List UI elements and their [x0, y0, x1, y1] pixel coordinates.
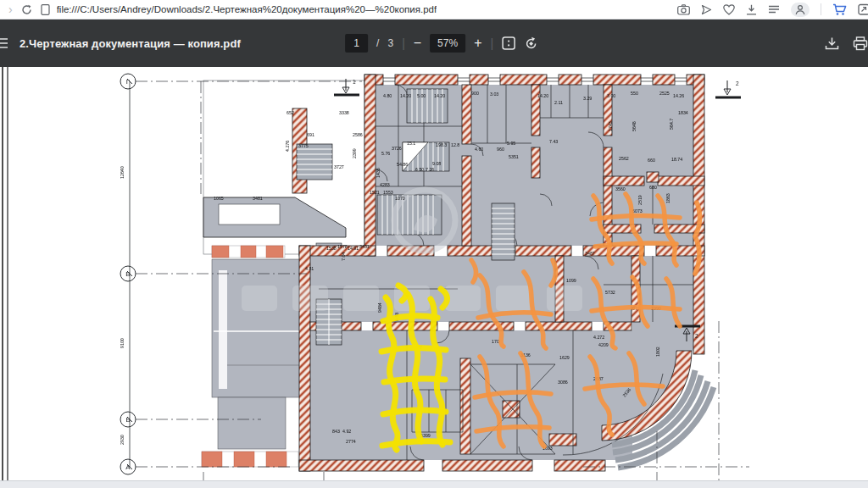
svg-text:14.20: 14.20 [400, 93, 411, 98]
svg-text:9484: 9484 [377, 302, 382, 313]
url-text: file:///C:/Users/Andrey/Downloads/2.Черт… [57, 4, 437, 14]
svg-text:3560: 3560 [615, 186, 626, 191]
svg-text:4.272: 4.272 [593, 335, 604, 340]
svg-text:4.60: 4.60 [475, 147, 483, 152]
svg-text:1521: 1521 [370, 190, 380, 195]
svg-text:2.11: 2.11 [554, 100, 563, 105]
svg-text:3086: 3086 [558, 380, 568, 385]
print-icon[interactable] [853, 36, 868, 51]
svg-text:198.3: 198.3 [436, 142, 447, 147]
svg-text:960: 960 [497, 147, 504, 152]
svg-text:5351: 5351 [509, 154, 519, 159]
camera-icon[interactable] [677, 4, 690, 15]
svg-text:1553: 1553 [383, 190, 393, 195]
svg-text:3.03: 3.03 [490, 92, 498, 97]
svg-text:680: 680 [649, 185, 657, 190]
svg-text:1743: 1743 [608, 121, 613, 131]
svg-text:1629: 1629 [559, 355, 570, 360]
svg-text:1578: 1578 [337, 244, 348, 249]
svg-text:2562: 2562 [619, 156, 629, 161]
crosswalk-strip-upper [212, 246, 285, 258]
sidebar-toggle-icon[interactable] [0, 37, 13, 49]
svg-text:4.80: 4.80 [383, 93, 392, 98]
rotate-icon[interactable] [524, 36, 538, 51]
download-pdf-icon[interactable] [825, 36, 839, 51]
reload-icon[interactable] [21, 4, 32, 15]
svg-text:5648: 5648 [632, 121, 637, 131]
svg-text:3338: 3338 [339, 110, 349, 115]
svg-text:7.43: 7.43 [549, 139, 558, 144]
svg-text:4.81: 4.81 [305, 266, 314, 271]
svg-text:7.26: 7.26 [426, 167, 434, 172]
svg-text:5.95: 5.95 [507, 141, 515, 146]
zoom-in-button[interactable]: + [474, 36, 481, 50]
share-icon[interactable] [701, 4, 712, 15]
svg-text:3.29: 3.29 [583, 96, 592, 101]
favorite-heart-icon[interactable] [723, 4, 735, 15]
svg-text:7.04: 7.04 [341, 252, 346, 261]
svg-text:564.7: 564.7 [669, 119, 674, 130]
pdf-viewer-toolbar: 2.Чертежная документация — копия.pdf 1 /… [0, 19, 868, 67]
svg-text:4209: 4209 [598, 342, 609, 347]
forward-icon[interactable]: › [8, 3, 13, 15]
svg-text:3.00: 3.00 [607, 93, 615, 98]
svg-text:1065: 1065 [214, 196, 224, 201]
menu-lines-icon[interactable] [768, 4, 780, 14]
separator: | [402, 36, 405, 50]
svg-text:4.92: 4.92 [342, 429, 351, 434]
browser-address-bar: › file:///C:/Users/Andrey/Downloads/2.Че… [0, 0, 868, 19]
section-marker-2-top: 2 [715, 80, 741, 97]
page-number-input[interactable]: 1 [345, 34, 368, 53]
svg-text:3726: 3726 [392, 146, 402, 151]
svg-text:2: 2 [695, 333, 698, 339]
sheet-frame [3, 67, 8, 480]
page-total: 3 [387, 37, 393, 49]
svg-text:6073: 6073 [632, 208, 643, 214]
svg-text:2: 2 [736, 80, 739, 86]
svg-text:3775: 3775 [298, 143, 309, 148]
svg-text:1: 1 [353, 79, 356, 85]
crosswalk-strip-lower [202, 452, 298, 467]
svg-text:5732: 5732 [605, 290, 615, 295]
svg-text:843: 843 [332, 429, 340, 434]
svg-text:3431: 3431 [359, 244, 370, 249]
svg-text:9100: 9100 [120, 338, 125, 348]
svg-text:2519: 2519 [637, 195, 643, 205]
person-icon [795, 4, 805, 15]
svg-text:550: 550 [631, 91, 638, 96]
svg-text:2930: 2930 [120, 435, 125, 445]
svg-text:14.26: 14.26 [673, 93, 684, 98]
svg-text:14.20: 14.20 [434, 93, 445, 98]
svg-text:3481: 3481 [253, 196, 263, 201]
floor-plan-drawing: ГВБА 1 2 2 12640910029306523338691258637… [0, 67, 868, 480]
page-icon [41, 4, 50, 15]
fit-page-icon[interactable] [502, 36, 515, 50]
divider [821, 3, 821, 15]
downloads-icon[interactable] [746, 4, 757, 15]
svg-text:2399: 2399 [352, 148, 357, 158]
svg-text:1070: 1070 [395, 196, 405, 201]
svg-text:1834: 1834 [678, 110, 688, 115]
zoom-level-input[interactable]: 57% [430, 34, 465, 53]
svg-text:14.91: 14.91 [348, 246, 359, 251]
svg-text:9.08: 9.08 [432, 161, 441, 166]
svg-text:3727: 3727 [334, 164, 344, 169]
clipped-toolbar-icon[interactable] [858, 3, 868, 15]
stair-flight [297, 144, 332, 180]
cart-icon[interactable] [832, 3, 847, 16]
pdf-page-canvas: ГВБА 1 2 2 12640910029306523338691258637… [0, 67, 868, 488]
svg-text:1438: 1438 [376, 168, 381, 178]
svg-text:5.76: 5.76 [381, 151, 390, 156]
profile-chip[interactable] [791, 3, 810, 17]
svg-text:18.74: 18.74 [671, 157, 682, 162]
svg-text:1863: 1863 [665, 193, 670, 203]
zoom-out-button[interactable]: − [414, 36, 421, 50]
url-box[interactable]: file:///C:/Users/Andrey/Downloads/2.Черт… [41, 4, 669, 15]
svg-text:54.86: 54.86 [397, 162, 408, 167]
pdf-document-title: 2.Чертежная документация — копия.pdf [19, 37, 241, 50]
svg-text:660: 660 [648, 158, 655, 163]
svg-text:2586: 2586 [353, 132, 363, 137]
svg-text:1538: 1538 [326, 246, 337, 251]
svg-text:691: 691 [307, 132, 314, 137]
separator: | [490, 36, 493, 50]
